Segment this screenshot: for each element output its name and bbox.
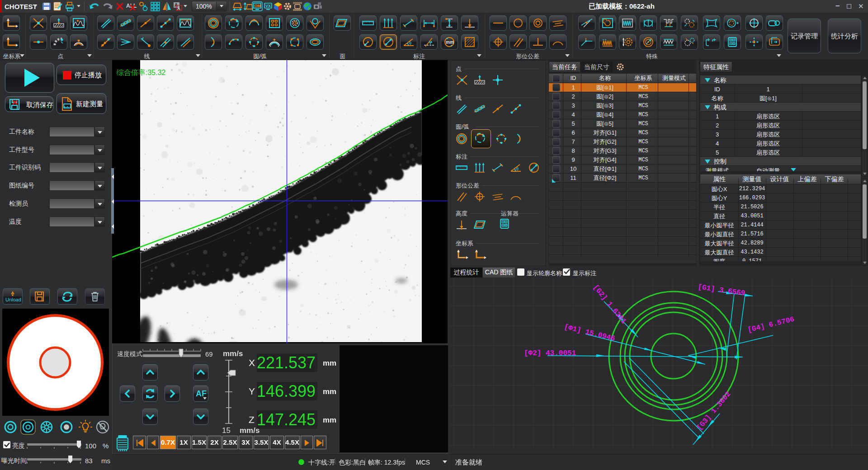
svg-text:mm: mm bbox=[446, 40, 454, 45]
svg-text:Unload: Unload bbox=[5, 297, 21, 302]
svg-text:OM: OM bbox=[255, 4, 261, 8]
svg-text:θ: θ bbox=[516, 167, 519, 171]
svg-text:θ: θ bbox=[409, 41, 411, 46]
svg-text:A: A bbox=[177, 6, 180, 11]
svg-text:[Φ2] 43.0051: [Φ2] 43.0051 bbox=[524, 349, 576, 357]
svg-text:VX: VX bbox=[265, 4, 271, 8]
